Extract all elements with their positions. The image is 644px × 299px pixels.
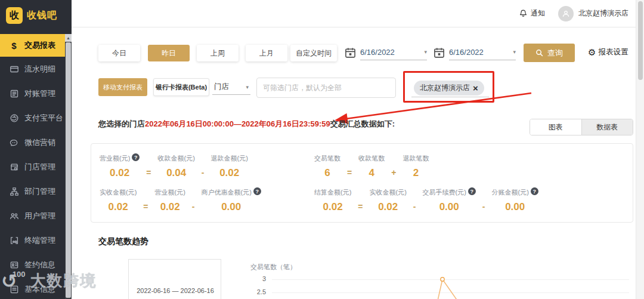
operator: =: [351, 202, 369, 211]
stat-value: 0.02: [160, 201, 180, 213]
y-axis-label: 交易笔数（笔）: [250, 263, 296, 272]
summary-date-range: 2022年06月16日00:00:00—2022年06月16日23:59:59: [145, 119, 330, 128]
operator: -: [407, 202, 423, 211]
stat-label: 营业额(元): [155, 188, 185, 197]
store-search-input[interactable]: [256, 78, 396, 98]
sidebar-item-label: 签约信息: [24, 260, 55, 270]
range-today-button[interactable]: 今日: [98, 45, 140, 61]
stat-label: 实收金额(元): [100, 188, 137, 197]
stat-value: 0.00: [505, 201, 525, 213]
page-scrollbar[interactable]: [636, 0, 644, 299]
sidebar-item-label: 基本信息: [24, 284, 55, 295]
chart-legend-label: 2022-06-16 — 2022-06-16: [129, 287, 222, 294]
stat-value: 0.02: [110, 167, 129, 179]
sidebar-item-transaction-report[interactable]: $ 交易报表: [0, 34, 72, 57]
stat-unit: 结算金额(元) 0.02: [314, 188, 351, 213]
selection-summary-line: 您选择的门店2022年06月16日00:00:00—2022年06月16日23:…: [98, 119, 395, 130]
stat-label: 交易手续费(元): [423, 188, 466, 197]
help-icon[interactable]: ?: [468, 187, 476, 195]
sidebar-item-wechat-marketing[interactable]: 微信营销: [0, 130, 72, 155]
logo-badge-icon: 收: [6, 7, 23, 24]
date-from-field[interactable]: 6/16/2022 ▾: [360, 44, 427, 60]
chart-legend-box: 2022-06-16 — 2022-06-16: [128, 259, 221, 299]
summary-prefix: 您选择的门店: [98, 119, 145, 128]
sidebar-item-reconciliation[interactable]: 对账管理: [0, 81, 72, 106]
wechat-icon: [9, 138, 19, 147]
sidebar-item-label: 门店管理: [24, 162, 55, 172]
stat-group-transaction-count: 交易笔数 6 = 收款笔数 4 + 退款笔数 2: [314, 154, 429, 179]
sidebar-item-label: 对账管理: [24, 88, 55, 99]
view-toggle: 图表 数据表: [530, 119, 633, 135]
calendar-icon[interactable]: [434, 47, 445, 58]
operator: +: [385, 168, 402, 177]
range-custom-button[interactable]: 自定义时间: [290, 45, 337, 61]
operator: -: [185, 202, 202, 211]
stat-value: 0.02: [378, 201, 398, 213]
help-icon[interactable]: ?: [253, 187, 261, 195]
calendar-icon[interactable]: [345, 47, 356, 58]
help-icon[interactable]: ?: [132, 153, 140, 161]
notification-button[interactable]: 通知: [519, 8, 545, 19]
operator: -: [476, 202, 492, 211]
scroll-up-icon[interactable]: ▲: [65, 34, 72, 42]
sidebar-item-store-management[interactable]: 门店管理: [0, 155, 72, 179]
query-label: 查询: [547, 48, 563, 58]
bell-icon: [519, 9, 528, 18]
stat-label: 实收金额(元): [370, 188, 407, 197]
report-settings-button[interactable]: ⚙ 报表设置: [588, 47, 628, 57]
sidebar-item-basic-info[interactable]: 基本信息: [0, 277, 72, 299]
summary-stats-panel: 营业额(元)? 0.02 = 收款金额(元) 0.04 - 退款金额(元) 0.…: [91, 143, 633, 223]
sidebar-scroll-thumb[interactable]: [66, 42, 71, 298]
range-yesterday-button[interactable]: 昨日: [148, 45, 190, 61]
stat-value: 0.00: [221, 201, 241, 213]
store-tag[interactable]: 北京赵博演示店 ×: [414, 81, 484, 95]
stat-value: 0.02: [109, 201, 128, 213]
store-tag-label: 北京赵博演示店: [420, 83, 470, 93]
stat-label: 商户优惠金额(元): [202, 188, 252, 197]
sidebar-item-contract-info[interactable]: 签约信息: [0, 252, 72, 277]
toggle-table-view[interactable]: 数据表: [581, 119, 633, 135]
range-lastweek-button[interactable]: 上周: [197, 45, 239, 61]
stat-value: 0.02: [219, 167, 239, 179]
stat-label: 营业额(元): [100, 154, 130, 163]
sidebar-item-terminal-management[interactable]: 终端管理: [0, 228, 72, 252]
stat-unit: 分账金额(元)? 0.00: [492, 188, 538, 213]
stat-unit: 收款笔数 4: [358, 154, 385, 179]
query-button[interactable]: 查询: [524, 44, 575, 62]
sidebar-item-alipay-platform[interactable]: 支付宝平台: [0, 106, 72, 130]
stat-label: 交易笔数: [314, 154, 340, 163]
sidebar-item-flow-detail[interactable]: 流水明细: [0, 57, 72, 81]
tab-mobile-payment-report[interactable]: 移动支付报表: [98, 78, 147, 96]
stat-unit: 商户优惠金额(元)? 0.00: [202, 188, 261, 213]
sidebar-item-user-management[interactable]: 用户管理: [0, 204, 72, 228]
shouqianba-dashboard: 收 收钱吧 $ 交易报表 流水明细 对账管理 支付宝平台 微信营销: [0, 0, 644, 299]
sidebar-menu: $ 交易报表 流水明细 对账管理 支付宝平台 微信营销 门店管理: [0, 34, 72, 299]
page-scroll-thumb[interactable]: [638, 1, 643, 80]
help-icon[interactable]: ?: [531, 187, 538, 195]
sidebar-item-department-management[interactable]: 部门管理: [0, 179, 72, 204]
operator: =: [140, 168, 157, 177]
org-icon: [9, 187, 19, 196]
operator: =: [340, 168, 358, 177]
store-select-dropdown[interactable]: 门店 ▾: [212, 79, 250, 95]
chevron-down-icon: ▾: [246, 84, 249, 90]
user-name: 北京赵博演示店: [578, 8, 628, 19]
toggle-chart-view[interactable]: 图表: [530, 119, 581, 135]
stat-unit: 实收金额(元) 0.02: [100, 188, 137, 213]
stat-group-actual-received: 实收金额(元) 0.02 = 营业额(元) 0.02 - 商户优惠金额(元)? …: [100, 188, 314, 213]
doc-icon: [9, 285, 19, 294]
stat-group-settlement: 结算金额(元) 0.02 = 实收金额(元) 0.02 - 交易手续费(元)? …: [314, 188, 538, 213]
stat-unit: 收款金额(元) 0.04: [158, 154, 195, 179]
user-menu[interactable]: 北京赵博演示店: [558, 6, 628, 21]
stat-group-revenue: 营业额(元)? 0.02 = 收款金额(元) 0.04 - 退款金额(元) 0.…: [100, 154, 314, 179]
close-icon[interactable]: ×: [473, 84, 478, 93]
date-to-field[interactable]: 6/16/2022 ▾: [449, 44, 516, 60]
operator: -: [195, 168, 211, 177]
sidebar-scrollbar[interactable]: ▲: [65, 34, 72, 299]
tab-bank-card-report[interactable]: 银行卡报表(Beta): [153, 78, 209, 96]
range-lastmonth-button[interactable]: 上月: [246, 45, 287, 61]
gear-icon: ⚙: [588, 48, 596, 57]
sidebar-item-label: 支付宝平台: [24, 113, 63, 124]
ledger-icon: [9, 89, 19, 98]
logo-text: 收钱吧: [27, 10, 57, 22]
